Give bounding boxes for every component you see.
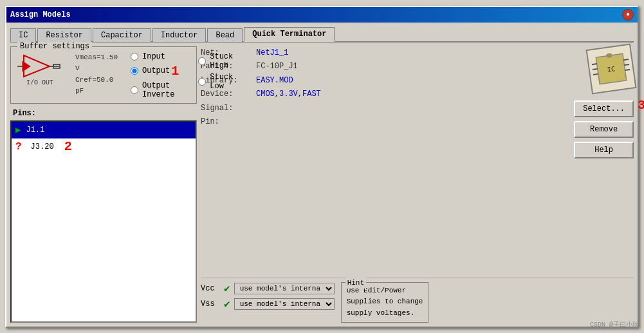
- pin-arrow-icon: ▶: [15, 124, 21, 135]
- svg-line-10: [624, 64, 629, 64]
- radio-input-label: Input: [142, 52, 165, 61]
- radio-stuck-low[interactable]: [198, 78, 206, 86]
- title-bar: Assign Models ●: [6, 7, 638, 23]
- vss-dropdown[interactable]: use model's interna: [234, 298, 335, 310]
- svg-line-7: [593, 68, 598, 69]
- vss-item: Vss ✔ use model's interna: [201, 298, 335, 310]
- cref-value: Cref=50.0 pF: [75, 75, 118, 97]
- radio-output-inverted-row: Output Inverte: [131, 81, 179, 99]
- output-label-container: Output 1: [142, 64, 179, 79]
- part-value: FC-10P_J1: [256, 60, 298, 74]
- info-section: Net: NetJ1_1 Part #: FC-10P_J1 Library: …: [201, 46, 634, 274]
- annotation-2: 2: [64, 139, 72, 154]
- content-area: IC Resistor Capacitor Inductor Bead Quic…: [6, 23, 638, 327]
- net-value: NetJ1_1: [256, 46, 288, 61]
- pin-question-icon: ?: [15, 141, 22, 153]
- buffer-settings: Buffer settings: [10, 46, 197, 104]
- svg-line-6: [592, 64, 597, 64]
- left-panel: Buffer settings: [10, 46, 197, 323]
- info-device: Device: CMOS,3.3V,FAST: [201, 88, 567, 102]
- ic-chip-svg: IC: [590, 48, 632, 90]
- main-area: Buffer settings: [10, 46, 634, 323]
- hint-text: Use Edit/Power Supplies to change supply…: [347, 285, 423, 319]
- help-button[interactable]: Help: [574, 142, 634, 158]
- buffer-svg-icon: [17, 52, 62, 78]
- stuck-low-row: Stuck Low: [198, 73, 233, 91]
- tab-bead[interactable]: Bead: [207, 28, 243, 42]
- io-label: I/O OUT: [26, 79, 53, 86]
- info-part: Part #: FC-10P_J1: [201, 60, 567, 74]
- pin-label-j1-1: J1.1: [26, 126, 44, 135]
- tab-inductor[interactable]: Inductor: [152, 28, 207, 42]
- svg-text:IC: IC: [607, 65, 615, 73]
- stuck-low-label: Stuck Low: [210, 73, 233, 91]
- btn-group: Select... 3 Remove Help: [574, 98, 634, 158]
- vmeas-value: Vmeas=1.50 V: [75, 52, 118, 75]
- tab-ic[interactable]: IC: [10, 28, 36, 42]
- info-library: Library: EASY.MOD: [201, 74, 567, 88]
- pin-info-label: Pin:: [201, 115, 252, 129]
- library-value: EASY.MOD: [256, 74, 293, 88]
- vss-check-icon: ✔: [224, 298, 230, 310]
- svg-line-8: [593, 73, 598, 74]
- radio-output[interactable]: [131, 67, 138, 75]
- ic-icon: IC: [585, 43, 636, 94]
- vcc-check-icon: ✔: [224, 282, 230, 295]
- radio-output-row: Output 1: [131, 64, 179, 79]
- buffer-diagram: I/O OUT: [17, 52, 62, 86]
- svg-line-9: [623, 59, 629, 60]
- info-pin: Pin:: [201, 115, 567, 129]
- power-row: Vcc ✔ use model's interna Vss ✔ use mode…: [201, 282, 335, 310]
- pin-item-j3-20[interactable]: ? J3.20 2: [12, 138, 196, 155]
- radio-output-label: Output: [142, 66, 170, 75]
- right-panel: Net: NetJ1_1 Part #: FC-10P_J1 Library: …: [201, 46, 634, 323]
- right-controls: IC Select... 3 Remove Help: [574, 46, 634, 274]
- device-value: CMOS,3.3V,FAST: [256, 88, 321, 102]
- radio-input[interactable]: [131, 53, 138, 61]
- stuck-group: Stuck High Stuck Low: [198, 52, 233, 91]
- buffer-inner: I/O OUT Vmeas=1.50 V Cref=50.0 pF Input: [17, 52, 190, 99]
- tab-capacitor[interactable]: Capacitor: [93, 28, 151, 42]
- watermark: CSDN @子曰小玖: [590, 320, 639, 329]
- info-signal: Signal:: [201, 102, 567, 116]
- select-button[interactable]: Select...: [574, 100, 634, 117]
- radio-output-inverted[interactable]: [131, 86, 138, 94]
- radio-output-inverted-label: Output Inverte: [142, 81, 179, 99]
- svg-line-11: [625, 69, 630, 70]
- info-left: Net: NetJ1_1 Part #: FC-10P_J1 Library: …: [201, 46, 567, 274]
- remove-button[interactable]: Remove: [574, 121, 634, 138]
- radio-stuck-high[interactable]: [198, 57, 206, 65]
- signal-label: Signal:: [201, 102, 252, 116]
- bottom-section: Vcc ✔ use model's interna Vss ✔ use mode…: [201, 278, 634, 323]
- hint-legend: Hint: [345, 278, 366, 289]
- vss-label: Vss: [201, 300, 220, 309]
- stuck-high-label: Stuck High: [210, 52, 233, 70]
- svg-point-13: [607, 53, 612, 57]
- vcc-dropdown[interactable]: use model's interna: [234, 283, 335, 294]
- pin-label-j3-20: J3.20: [31, 142, 54, 151]
- radio-input-row: Input: [131, 52, 179, 61]
- vcc-label: Vcc: [201, 284, 220, 293]
- close-button[interactable]: ●: [622, 9, 634, 21]
- pin-item-j1-1[interactable]: ▶ J1.1: [12, 122, 196, 138]
- stuck-high-row: Stuck High: [198, 52, 233, 70]
- pins-list[interactable]: ▶ J1.1 ? J3.20 2: [10, 120, 197, 323]
- main-window: Assign Models ● IC Resistor Capacitor In…: [5, 6, 639, 328]
- info-net: Net: NetJ1_1: [201, 46, 567, 61]
- svg-marker-4: [23, 61, 30, 71]
- pins-label: Pins:: [13, 109, 197, 118]
- buffer-settings-legend: Buffer settings: [17, 42, 92, 51]
- radio-group: Input Output 1 Outpu: [131, 52, 179, 99]
- select-btn-wrapper: Select... 3: [574, 100, 634, 117]
- tab-bar: IC Resistor Capacitor Inductor Bead Quic…: [10, 26, 634, 43]
- window-title: Assign Models: [10, 10, 71, 19]
- annotation-1: 1: [171, 64, 179, 79]
- tab-quick-terminator[interactable]: Quick Terminator: [244, 27, 335, 42]
- vcc-item: Vcc ✔ use model's interna: [201, 282, 335, 295]
- tab-resistor[interactable]: Resistor: [37, 28, 91, 42]
- hint-box: Hint Use Edit/Power Supplies to change s…: [341, 282, 429, 323]
- annotation-3: 3: [638, 98, 644, 113]
- buffer-values: Vmeas=1.50 V Cref=50.0 pF: [75, 52, 118, 97]
